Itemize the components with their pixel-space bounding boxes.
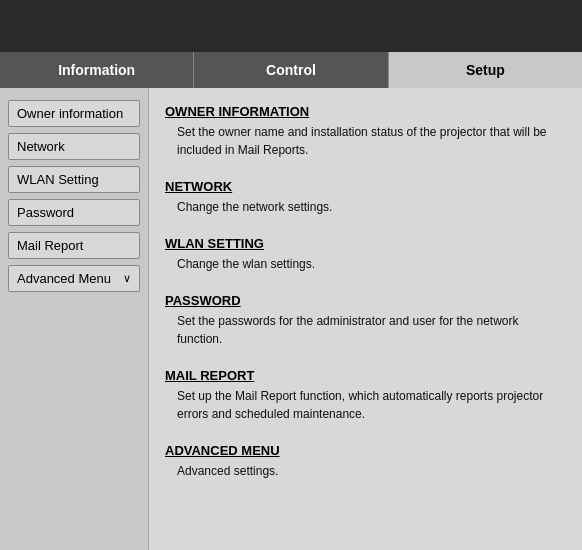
sidebar-btn-mail-report[interactable]: Mail Report bbox=[8, 232, 140, 259]
tab-control[interactable]: Control bbox=[194, 52, 388, 88]
section-title: OWNER INFORMATION bbox=[165, 104, 566, 119]
section-description: Change the network settings. bbox=[165, 198, 566, 216]
sidebar: Owner informationNetworkWLAN SettingPass… bbox=[0, 88, 148, 550]
section-description: Set the passwords for the administrator … bbox=[165, 312, 566, 348]
tab-setup[interactable]: Setup bbox=[389, 52, 582, 88]
section-description: Advanced settings. bbox=[165, 462, 566, 480]
section-title: MAIL REPORT bbox=[165, 368, 566, 383]
section-title: PASSWORD bbox=[165, 293, 566, 308]
section-title: NETWORK bbox=[165, 179, 566, 194]
content-section-4: MAIL REPORTSet up the Mail Report functi… bbox=[165, 368, 566, 423]
sidebar-btn-owner-information[interactable]: Owner information bbox=[8, 100, 140, 127]
app-header bbox=[0, 0, 582, 52]
sidebar-btn-network[interactable]: Network bbox=[8, 133, 140, 160]
section-description: Set the owner name and installation stat… bbox=[165, 123, 566, 159]
content-section-5: ADVANCED MENUAdvanced settings. bbox=[165, 443, 566, 480]
content-section-0: OWNER INFORMATIONSet the owner name and … bbox=[165, 104, 566, 159]
content-section-3: PASSWORDSet the passwords for the admini… bbox=[165, 293, 566, 348]
sidebar-btn-label: Owner information bbox=[17, 106, 123, 121]
tab-bar: Information Control Setup bbox=[0, 52, 582, 88]
tab-information[interactable]: Information bbox=[0, 52, 194, 88]
section-description: Set up the Mail Report function, which a… bbox=[165, 387, 566, 423]
sidebar-btn-label: Advanced Menu bbox=[17, 271, 111, 286]
content-area: OWNER INFORMATIONSet the owner name and … bbox=[148, 88, 582, 550]
content-section-2: WLAN SETTINGChange the wlan settings. bbox=[165, 236, 566, 273]
section-description: Change the wlan settings. bbox=[165, 255, 566, 273]
sidebar-btn-wlan-setting[interactable]: WLAN Setting bbox=[8, 166, 140, 193]
section-title: WLAN SETTING bbox=[165, 236, 566, 251]
sidebar-btn-label: Network bbox=[17, 139, 65, 154]
main-content: Owner informationNetworkWLAN SettingPass… bbox=[0, 88, 582, 550]
sidebar-btn-label: WLAN Setting bbox=[17, 172, 99, 187]
sidebar-btn-password[interactable]: Password bbox=[8, 199, 140, 226]
section-title: ADVANCED MENU bbox=[165, 443, 566, 458]
chevron-down-icon: ∨ bbox=[123, 272, 131, 285]
sidebar-btn-label: Mail Report bbox=[17, 238, 83, 253]
sidebar-btn-label: Password bbox=[17, 205, 74, 220]
sidebar-btn-advanced-menu[interactable]: Advanced Menu ∨ bbox=[8, 265, 140, 292]
content-section-1: NETWORKChange the network settings. bbox=[165, 179, 566, 216]
